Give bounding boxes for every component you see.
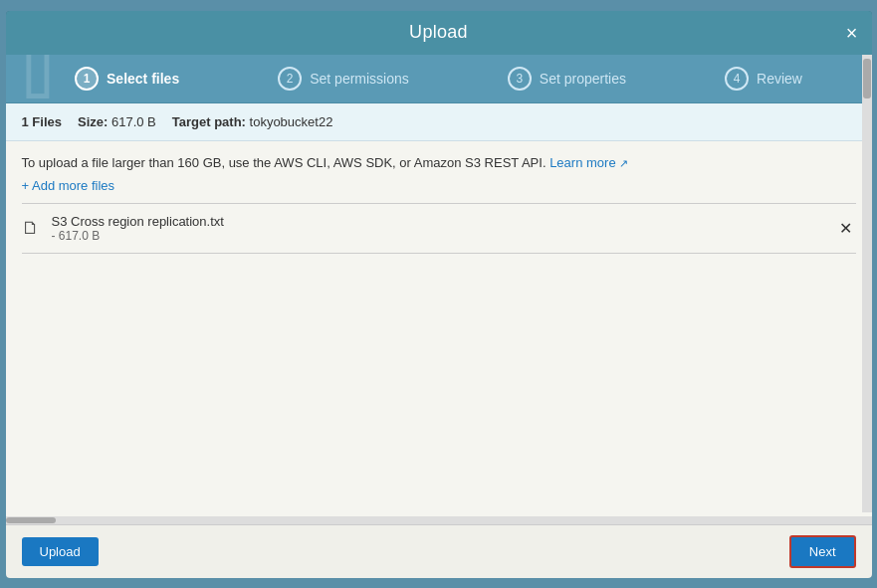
file-remove-button[interactable]: ✕ [835,215,856,242]
step-3[interactable]: 3 Set properties [508,67,626,91]
vertical-scrollbar[interactable] [862,55,872,512]
modal-title: Upload [409,22,468,43]
file-icon: 🗋 [22,218,40,239]
info-bar: 1 Files Size: 617.0 B Target path: tokyo… [6,103,872,141]
files-count: 1 Files [22,114,62,129]
step-1[interactable]: 1 Select files [75,67,179,91]
horizontal-scrollbar[interactable] [6,516,872,524]
step-4[interactable]: 4 Review [725,67,802,91]
vertical-scroll-thumb [863,59,871,98]
upload-note: To upload a file larger than 160 GB, use… [6,141,872,174]
file-name: S3 Cross region replication.txt [52,214,823,229]
steps-bar: 1 Select files 2 Set permissions 3 Set p… [6,55,872,103]
add-more-files-button[interactable]: + Add more files [6,174,872,203]
step-2-label: Set permissions [310,71,409,87]
scroll-thumb [6,517,56,523]
target-path: Target path: tokyobucket22 [172,114,333,129]
step-1-label: Select files [107,71,179,87]
step-4-label: Review [757,71,802,87]
upload-modal: ⇧ Upload × 1 Select files 2 Set permissi… [6,11,872,578]
next-button[interactable]: Next [789,535,856,568]
file-list: 🗋 S3 Cross region replication.txt - 617.… [22,203,856,254]
step-4-circle: 4 [725,67,749,91]
step-2[interactable]: 2 Set permissions [278,67,409,91]
file-size: - 617.0 B [52,229,823,243]
content-scroll-area [6,254,872,516]
content-area: To upload a file larger than 160 GB, use… [6,141,872,524]
file-info: S3 Cross region replication.txt - 617.0 … [52,214,823,243]
modal-footer: Upload Next [6,524,872,578]
file-item: 🗋 S3 Cross region replication.txt - 617.… [22,204,856,254]
external-link-icon: ↗ [619,157,628,169]
modal-header: Upload × [6,11,872,55]
step-3-label: Set properties [540,71,626,87]
step-1-circle: 1 [75,67,99,91]
step-2-circle: 2 [278,67,302,91]
step-3-circle: 3 [508,67,532,91]
close-button[interactable]: × [846,23,858,43]
upload-button[interactable]: Upload [22,537,99,566]
size-label: Size: 617.0 B [78,114,156,129]
learn-more-link[interactable]: Learn more ↗ [549,155,628,170]
